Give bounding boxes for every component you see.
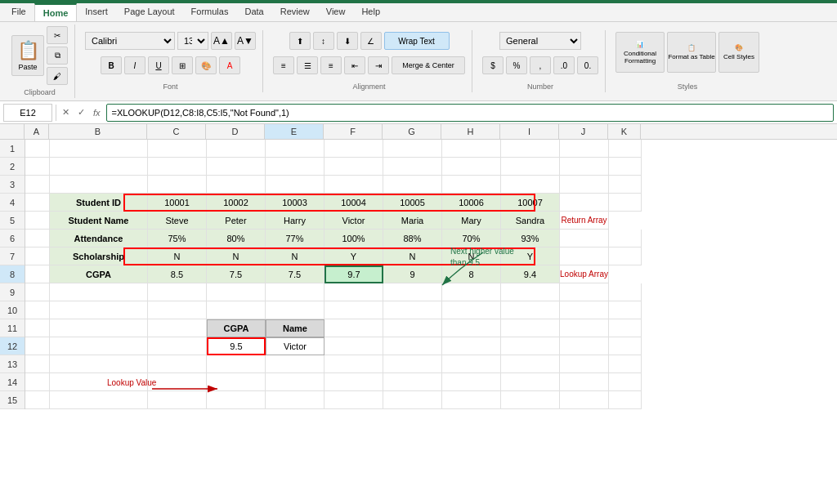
cell-F5[interactable]: Victor	[325, 212, 383, 230]
cell-D2[interactable]	[207, 158, 266, 176]
cell-B10[interactable]	[50, 301, 148, 319]
copy-button[interactable]: ⧉	[47, 47, 68, 65]
cell-D1[interactable]	[207, 140, 266, 158]
cell-F15[interactable]	[325, 391, 383, 409]
cell-A3[interactable]	[25, 176, 50, 194]
cell-E5[interactable]: Harry	[266, 212, 325, 230]
cell-D15[interactable]	[207, 391, 266, 409]
comma-button[interactable]: ,	[530, 56, 551, 74]
cell-H10[interactable]	[442, 301, 501, 319]
cell-A6[interactable]	[25, 230, 50, 248]
cell-E1[interactable]	[266, 140, 325, 158]
cell-F14[interactable]	[325, 373, 383, 391]
cell-B8[interactable]: CGPA	[50, 265, 148, 283]
cell-F11[interactable]	[325, 319, 383, 337]
cell-I1[interactable]	[501, 140, 560, 158]
cell-D10[interactable]	[207, 301, 266, 319]
cell-K10[interactable]	[609, 301, 642, 319]
cell-A9[interactable]	[25, 283, 50, 301]
cell-J8[interactable]: Lookup Array	[560, 265, 609, 283]
cell-A12[interactable]	[25, 337, 50, 355]
cell-J12[interactable]	[560, 337, 609, 355]
cell-A15[interactable]	[25, 391, 50, 409]
cell-F12[interactable]	[325, 337, 383, 355]
angle-text-button[interactable]: ∠	[360, 32, 382, 50]
cell-F4[interactable]: 10004	[325, 194, 383, 212]
cell-C10[interactable]	[148, 301, 207, 319]
cell-H12[interactable]	[442, 337, 501, 355]
cell-I12[interactable]	[501, 337, 560, 355]
italic-button[interactable]: I	[124, 56, 145, 74]
row-num-12[interactable]: 12	[0, 337, 25, 355]
cell-C3[interactable]	[148, 176, 207, 194]
cell-C9[interactable]	[148, 283, 207, 301]
cell-E2[interactable]	[266, 158, 325, 176]
bold-button[interactable]: B	[101, 56, 122, 74]
cell-A8[interactable]	[25, 265, 50, 283]
cell-C13[interactable]	[148, 355, 207, 373]
cell-E12[interactable]: Victor	[266, 337, 325, 355]
cell-B3[interactable]	[50, 176, 148, 194]
col-header-A[interactable]: A	[25, 124, 49, 139]
cell-B2[interactable]	[50, 158, 148, 176]
row-num-8[interactable]: 8	[0, 265, 25, 283]
cancel-formula-icon[interactable]: ✕	[60, 107, 72, 118]
cell-E6[interactable]: 77%	[266, 230, 325, 248]
cell-E4[interactable]: 10003	[266, 194, 325, 212]
cell-K12[interactable]	[609, 337, 642, 355]
conditional-formatting-button[interactable]: 📊 Conditional Formatting	[615, 32, 665, 73]
border-button[interactable]: ⊞	[172, 56, 193, 74]
cell-K3[interactable]	[609, 176, 642, 194]
cell-I6[interactable]: 93%	[501, 230, 560, 248]
tab-help[interactable]: Help	[353, 3, 388, 21]
cell-H1[interactable]	[442, 140, 501, 158]
cell-D5[interactable]: Peter	[207, 212, 266, 230]
cell-B1[interactable]	[50, 140, 148, 158]
cell-E11[interactable]: Name	[266, 319, 325, 337]
cell-B15[interactable]	[50, 391, 148, 409]
cell-A13[interactable]	[25, 355, 50, 373]
cell-G11[interactable]	[383, 319, 442, 337]
cell-J3[interactable]	[560, 176, 609, 194]
cell-E13[interactable]	[266, 355, 325, 373]
font-color-button[interactable]: A	[219, 56, 240, 74]
cell-B4[interactable]: Student ID	[50, 194, 148, 212]
cell-D13[interactable]	[207, 355, 266, 373]
cell-H5[interactable]: Mary	[442, 212, 501, 230]
align-middle-button[interactable]: ↕	[313, 32, 334, 50]
cell-G12[interactable]	[383, 337, 442, 355]
cell-B13[interactable]	[50, 355, 148, 373]
cell-J2[interactable]	[560, 158, 609, 176]
tab-file[interactable]: File	[3, 3, 34, 21]
cell-E10[interactable]	[266, 301, 325, 319]
col-header-K[interactable]: K	[608, 124, 641, 139]
cell-C7[interactable]: N	[148, 248, 207, 265]
cell-H3[interactable]	[442, 176, 501, 194]
font-name-select[interactable]: Calibri	[85, 32, 175, 50]
cell-D6[interactable]: 80%	[207, 230, 266, 248]
col-header-G[interactable]: G	[383, 124, 441, 139]
cell-G2[interactable]	[383, 158, 442, 176]
cell-A11[interactable]	[25, 319, 50, 337]
cell-I15[interactable]	[501, 391, 560, 409]
cell-K4[interactable]	[609, 194, 642, 212]
formula-input[interactable]: =XLOOKUP(D12,C8:I8,C5:I5,"Not Found",1)	[106, 104, 834, 122]
cell-C6[interactable]: 75%	[148, 230, 207, 248]
cell-F13[interactable]	[325, 355, 383, 373]
cell-D12[interactable]: 9.5	[207, 337, 266, 355]
cell-B12[interactable]	[50, 337, 148, 355]
format-painter-button[interactable]: 🖌	[47, 67, 68, 85]
cell-E3[interactable]	[266, 176, 325, 194]
cell-K13[interactable]	[609, 355, 642, 373]
percent-button[interactable]: %	[506, 56, 527, 74]
cell-A1[interactable]	[25, 140, 50, 158]
cell-C14[interactable]	[148, 373, 207, 391]
cell-F8[interactable]: 9.7	[325, 265, 383, 283]
tab-page-layout[interactable]: Page Layout	[116, 3, 183, 21]
currency-button[interactable]: $	[482, 56, 504, 74]
cell-G6[interactable]: 88%	[383, 230, 442, 248]
cell-I2[interactable]	[501, 158, 560, 176]
cell-C1[interactable]	[148, 140, 207, 158]
wrap-text-button[interactable]: Wrap Text	[384, 32, 450, 50]
decimal-decrease-button[interactable]: 0.	[577, 56, 598, 74]
